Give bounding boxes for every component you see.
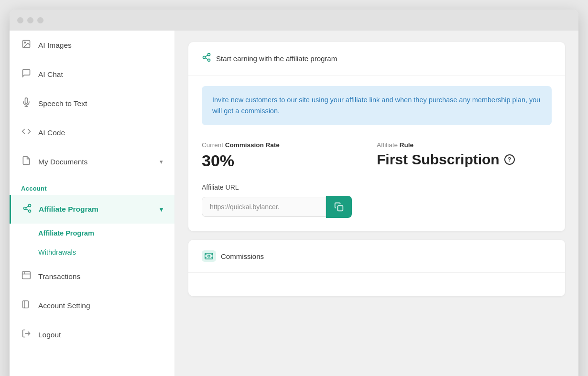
affiliate-program-parent-label: Affiliate Program [39,205,98,214]
sidebar-item-transactions[interactable]: Transactions [10,262,174,291]
affiliate-rule-block: Affiliate Rule First Subscription ? [377,141,552,170]
info-circle-icon[interactable]: ? [504,154,515,165]
url-row [202,196,552,218]
money-icon [202,250,216,262]
logout-label: Logout [38,331,61,339]
ai-images-icon [21,39,32,51]
svg-line-16 [205,58,208,59]
my-documents-icon [21,156,32,168]
commission-rate-label: Current Commission Rate [202,141,377,149]
svg-rect-9 [22,272,31,279]
svg-point-15 [208,59,210,61]
sidebar-item-logout[interactable]: Logout [10,320,174,349]
affiliate-program-chevron-icon: ▾ [160,206,163,213]
transactions-icon [21,270,32,282]
sidebar-item-account-setting[interactable]: Account Setting [10,291,174,320]
svg-rect-18 [338,206,343,211]
account-section-label: Account [10,176,174,195]
stats-row: Current Commission Rate 30% Affiliate Ru… [188,136,565,183]
affiliate-rule-label: Affiliate Rule [377,141,552,149]
share-icon [202,53,211,64]
ai-code-label: AI Code [38,129,65,137]
my-documents-label: My Documents [38,158,87,166]
account-setting-icon [21,300,32,312]
sidebar-sub-affiliate-program-label: Affiliate Program [38,229,94,237]
browser-titlebar [10,10,578,31]
sidebar-item-speech-to-text[interactable]: Speech to Text [10,89,174,118]
affiliate-url-input[interactable] [202,197,326,217]
main-content: Start earning with the affiliate program… [175,31,578,376]
svg-point-14 [203,56,206,59]
svg-rect-19 [205,253,213,259]
commission-rate-value: 30% [202,151,377,170]
info-banner-text: Invite new customers to our site using y… [212,96,540,115]
browser-window: AI Images AI Chat Speech to Text AI Code [10,10,578,376]
svg-point-1 [24,42,26,43]
affiliate-program-card: Start earning with the affiliate program… [188,42,565,231]
sidebar-sub-withdrawals[interactable]: Withdrawals [10,243,174,262]
affiliate-rule-value: First Subscription ? [377,151,552,168]
commissions-card-header: Commissions [188,240,565,273]
svg-point-5 [24,207,26,210]
commission-rate-block: Current Commission Rate 30% [202,141,377,170]
my-documents-chevron-icon: ▾ [160,158,163,165]
url-section: Affiliate URL [188,183,565,231]
browser-body: AI Images AI Chat Speech to Text AI Code [10,31,578,376]
svg-line-8 [26,206,29,207]
ai-code-icon [21,127,32,139]
card-header-earning: Start earning with the affiliate program [188,42,565,75]
ai-chat-icon [21,68,32,80]
speech-to-text-icon [21,97,32,109]
ai-chat-label: AI Chat [38,70,63,79]
card-header-earning-text: Start earning with the affiliate program [216,54,337,63]
sidebar-sub-affiliate-program[interactable]: Affiliate Program [10,224,174,243]
account-setting-label: Account Setting [38,301,90,310]
logout-icon [21,329,32,341]
sidebar-item-ai-code[interactable]: AI Code [10,118,174,147]
ai-images-label: AI Images [38,41,72,50]
sidebar-item-affiliate-program[interactable]: Affiliate Program ▾ [10,195,174,224]
svg-point-20 [208,255,210,258]
copy-url-button[interactable] [326,196,352,218]
speech-to-text-label: Speech to Text [38,99,87,108]
titlebar-dot-yellow [27,17,33,23]
affiliate-url-label: Affiliate URL [202,183,552,191]
sidebar: AI Images AI Chat Speech to Text AI Code [10,31,175,376]
svg-line-7 [26,209,29,210]
titlebar-dot-red [17,17,23,23]
affiliate-program-icon [22,204,32,215]
commissions-header-text: Commissions [221,252,264,260]
titlebar-dot-green [37,17,44,23]
svg-line-17 [205,55,208,56]
sidebar-sub-withdrawals-label: Withdrawals [38,248,76,256]
sidebar-item-ai-chat[interactable]: AI Chat [10,60,174,89]
svg-point-4 [29,204,31,207]
commissions-content-placeholder [188,273,565,296]
svg-point-6 [29,210,31,212]
svg-point-13 [208,54,210,56]
sidebar-item-my-documents[interactable]: My Documents ▾ [10,147,174,176]
transactions-label: Transactions [38,272,80,281]
info-banner: Invite new customers to our site using y… [202,86,552,125]
commissions-card: Commissions [188,240,565,296]
sidebar-item-ai-images[interactable]: AI Images [10,31,174,60]
